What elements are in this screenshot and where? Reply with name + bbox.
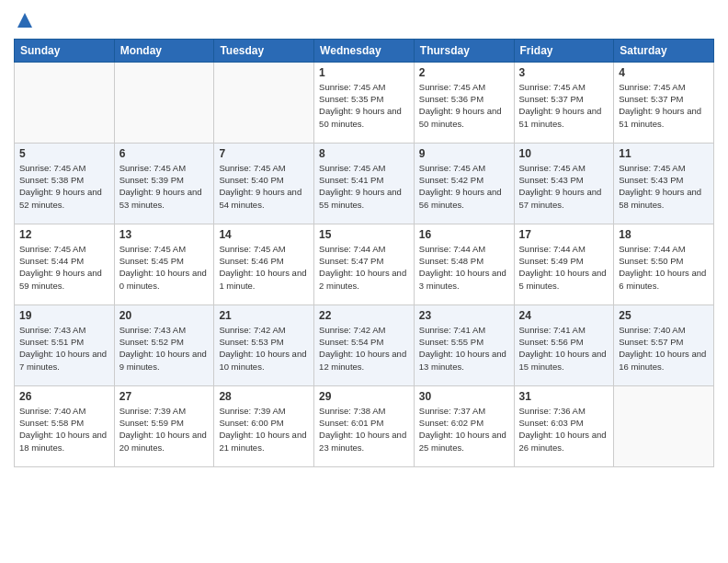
day-cell: 11Sunrise: 7:45 AM Sunset: 5:43 PM Dayli… bbox=[614, 143, 714, 224]
day-info: Sunrise: 7:45 AM Sunset: 5:46 PM Dayligh… bbox=[219, 243, 309, 292]
day-cell: 13Sunrise: 7:45 AM Sunset: 5:45 PM Dayli… bbox=[114, 224, 214, 304]
page: SundayMondayTuesdayWednesdayThursdayFrid… bbox=[0, 0, 728, 563]
day-info: Sunrise: 7:45 AM Sunset: 5:45 PM Dayligh… bbox=[119, 243, 210, 292]
day-number: 7 bbox=[219, 147, 309, 160]
day-info: Sunrise: 7:41 AM Sunset: 5:56 PM Dayligh… bbox=[519, 324, 609, 373]
day-number: 22 bbox=[319, 309, 409, 322]
day-info: Sunrise: 7:43 AM Sunset: 5:51 PM Dayligh… bbox=[19, 324, 109, 373]
day-info: Sunrise: 7:43 AM Sunset: 5:52 PM Dayligh… bbox=[119, 324, 210, 373]
day-cell: 20Sunrise: 7:43 AM Sunset: 5:52 PM Dayli… bbox=[114, 304, 214, 385]
day-info: Sunrise: 7:44 AM Sunset: 5:48 PM Dayligh… bbox=[419, 243, 509, 292]
day-info: Sunrise: 7:44 AM Sunset: 5:49 PM Dayligh… bbox=[519, 243, 609, 292]
day-number: 16 bbox=[419, 228, 509, 241]
day-cell: 17Sunrise: 7:44 AM Sunset: 5:49 PM Dayli… bbox=[514, 224, 614, 304]
day-number: 3 bbox=[519, 66, 609, 79]
day-number: 12 bbox=[19, 228, 109, 241]
col-header-thursday: Thursday bbox=[414, 39, 514, 62]
day-info: Sunrise: 7:45 AM Sunset: 5:41 PM Dayligh… bbox=[319, 162, 409, 211]
day-cell: 31Sunrise: 7:36 AM Sunset: 6:03 PM Dayli… bbox=[514, 385, 614, 466]
day-info: Sunrise: 7:45 AM Sunset: 5:43 PM Dayligh… bbox=[619, 162, 709, 211]
day-cell: 19Sunrise: 7:43 AM Sunset: 5:51 PM Dayli… bbox=[15, 304, 115, 385]
day-number: 1 bbox=[319, 66, 409, 79]
day-number: 2 bbox=[419, 66, 509, 79]
day-info: Sunrise: 7:45 AM Sunset: 5:42 PM Dayligh… bbox=[419, 162, 509, 211]
day-cell: 9Sunrise: 7:45 AM Sunset: 5:42 PM Daylig… bbox=[414, 143, 514, 224]
day-info: Sunrise: 7:45 AM Sunset: 5:37 PM Dayligh… bbox=[519, 81, 609, 130]
day-cell bbox=[15, 62, 115, 143]
day-cell: 24Sunrise: 7:41 AM Sunset: 5:56 PM Dayli… bbox=[514, 304, 614, 385]
day-cell: 26Sunrise: 7:40 AM Sunset: 5:58 PM Dayli… bbox=[15, 385, 115, 466]
day-cell: 5Sunrise: 7:45 AM Sunset: 5:38 PM Daylig… bbox=[15, 143, 115, 224]
day-number: 20 bbox=[119, 309, 210, 322]
calendar: SundayMondayTuesdayWednesdayThursdayFrid… bbox=[14, 39, 714, 467]
day-number: 31 bbox=[519, 390, 609, 403]
day-number: 15 bbox=[319, 228, 409, 241]
day-cell bbox=[614, 385, 714, 466]
day-cell: 6Sunrise: 7:45 AM Sunset: 5:39 PM Daylig… bbox=[114, 143, 214, 224]
day-number: 21 bbox=[219, 309, 309, 322]
day-info: Sunrise: 7:40 AM Sunset: 5:57 PM Dayligh… bbox=[619, 324, 709, 373]
day-cell: 30Sunrise: 7:37 AM Sunset: 6:02 PM Dayli… bbox=[414, 385, 514, 466]
header-row: SundayMondayTuesdayWednesdayThursdayFrid… bbox=[15, 39, 714, 62]
day-number: 17 bbox=[519, 228, 609, 241]
day-cell: 15Sunrise: 7:44 AM Sunset: 5:47 PM Dayli… bbox=[314, 224, 415, 304]
day-info: Sunrise: 7:44 AM Sunset: 5:47 PM Dayligh… bbox=[319, 243, 409, 292]
week-row-2: 5Sunrise: 7:45 AM Sunset: 5:38 PM Daylig… bbox=[15, 143, 714, 224]
day-number: 24 bbox=[519, 309, 609, 322]
day-number: 28 bbox=[219, 390, 309, 403]
svg-marker-0 bbox=[17, 13, 32, 28]
col-header-tuesday: Tuesday bbox=[214, 39, 314, 62]
logo bbox=[14, 13, 34, 31]
day-cell: 4Sunrise: 7:45 AM Sunset: 5:37 PM Daylig… bbox=[614, 62, 714, 143]
day-cell: 8Sunrise: 7:45 AM Sunset: 5:41 PM Daylig… bbox=[314, 143, 415, 224]
day-cell: 21Sunrise: 7:42 AM Sunset: 5:53 PM Dayli… bbox=[214, 304, 314, 385]
day-cell: 3Sunrise: 7:45 AM Sunset: 5:37 PM Daylig… bbox=[514, 62, 614, 143]
week-row-5: 26Sunrise: 7:40 AM Sunset: 5:58 PM Dayli… bbox=[15, 385, 714, 466]
day-number: 23 bbox=[419, 309, 509, 322]
col-header-monday: Monday bbox=[114, 39, 214, 62]
day-info: Sunrise: 7:44 AM Sunset: 5:50 PM Dayligh… bbox=[619, 243, 709, 292]
day-cell: 2Sunrise: 7:45 AM Sunset: 5:36 PM Daylig… bbox=[414, 62, 514, 143]
week-row-1: 1Sunrise: 7:45 AM Sunset: 5:35 PM Daylig… bbox=[15, 62, 714, 143]
day-number: 6 bbox=[119, 147, 210, 160]
day-info: Sunrise: 7:45 AM Sunset: 5:40 PM Dayligh… bbox=[219, 162, 309, 211]
day-cell: 23Sunrise: 7:41 AM Sunset: 5:55 PM Dayli… bbox=[414, 304, 514, 385]
day-number: 5 bbox=[19, 147, 109, 160]
day-number: 8 bbox=[319, 147, 409, 160]
day-cell: 18Sunrise: 7:44 AM Sunset: 5:50 PM Dayli… bbox=[614, 224, 714, 304]
day-info: Sunrise: 7:36 AM Sunset: 6:03 PM Dayligh… bbox=[519, 405, 609, 454]
day-number: 19 bbox=[19, 309, 109, 322]
week-row-4: 19Sunrise: 7:43 AM Sunset: 5:51 PM Dayli… bbox=[15, 304, 714, 385]
day-info: Sunrise: 7:45 AM Sunset: 5:44 PM Dayligh… bbox=[19, 243, 109, 292]
col-header-friday: Friday bbox=[514, 39, 614, 62]
day-info: Sunrise: 7:45 AM Sunset: 5:39 PM Dayligh… bbox=[119, 162, 210, 211]
day-cell: 22Sunrise: 7:42 AM Sunset: 5:54 PM Dayli… bbox=[314, 304, 415, 385]
col-header-sunday: Sunday bbox=[15, 39, 115, 62]
day-cell: 1Sunrise: 7:45 AM Sunset: 5:35 PM Daylig… bbox=[314, 62, 415, 143]
day-info: Sunrise: 7:37 AM Sunset: 6:02 PM Dayligh… bbox=[419, 405, 509, 454]
day-cell: 14Sunrise: 7:45 AM Sunset: 5:46 PM Dayli… bbox=[214, 224, 314, 304]
day-number: 27 bbox=[119, 390, 210, 403]
day-cell: 29Sunrise: 7:38 AM Sunset: 6:01 PM Dayli… bbox=[314, 385, 415, 466]
day-cell bbox=[114, 62, 214, 143]
logo-general bbox=[14, 13, 34, 31]
day-number: 13 bbox=[119, 228, 210, 241]
day-info: Sunrise: 7:38 AM Sunset: 6:01 PM Dayligh… bbox=[319, 405, 409, 454]
day-info: Sunrise: 7:39 AM Sunset: 6:00 PM Dayligh… bbox=[219, 405, 309, 454]
day-info: Sunrise: 7:45 AM Sunset: 5:37 PM Dayligh… bbox=[619, 81, 709, 130]
day-cell: 16Sunrise: 7:44 AM Sunset: 5:48 PM Dayli… bbox=[414, 224, 514, 304]
day-number: 25 bbox=[619, 309, 709, 322]
day-number: 30 bbox=[419, 390, 509, 403]
day-info: Sunrise: 7:39 AM Sunset: 5:59 PM Dayligh… bbox=[119, 405, 210, 454]
day-number: 9 bbox=[419, 147, 509, 160]
day-number: 4 bbox=[619, 66, 709, 79]
day-cell: 28Sunrise: 7:39 AM Sunset: 6:00 PM Dayli… bbox=[214, 385, 314, 466]
day-cell: 10Sunrise: 7:45 AM Sunset: 5:43 PM Dayli… bbox=[514, 143, 614, 224]
col-header-wednesday: Wednesday bbox=[314, 39, 415, 62]
day-cell: 12Sunrise: 7:45 AM Sunset: 5:44 PM Dayli… bbox=[15, 224, 115, 304]
day-number: 26 bbox=[19, 390, 109, 403]
col-header-saturday: Saturday bbox=[614, 39, 714, 62]
day-cell: 25Sunrise: 7:40 AM Sunset: 5:57 PM Dayli… bbox=[614, 304, 714, 385]
day-info: Sunrise: 7:45 AM Sunset: 5:35 PM Dayligh… bbox=[319, 81, 409, 130]
day-number: 11 bbox=[619, 147, 709, 160]
